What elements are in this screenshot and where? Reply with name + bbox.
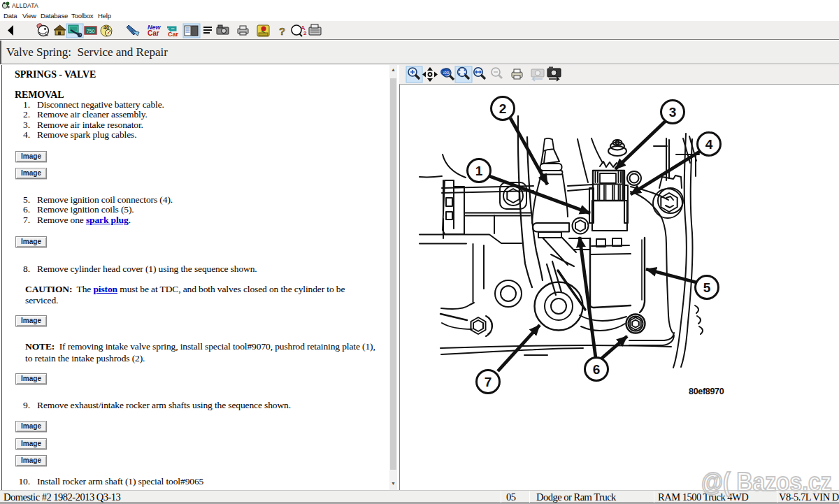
svg-text:2: 2: [499, 101, 507, 116]
svg-text:5: 5: [703, 280, 711, 295]
svg-text:6: 6: [593, 362, 601, 377]
svg-text:1: 1: [475, 164, 483, 178]
svg-text:2: 2: [303, 30, 307, 36]
svg-text:Car: Car: [168, 31, 179, 38]
svg-text:Car: Car: [148, 29, 159, 37]
svg-text:3: 3: [669, 105, 677, 120]
svg-text:?: ?: [279, 25, 285, 37]
svg-text:750: 750: [87, 29, 95, 34]
svg-text:7: 7: [485, 375, 492, 389]
svg-text:80ef8970: 80ef8970: [689, 387, 724, 396]
svg-text:4: 4: [705, 137, 713, 152]
svg-text:40: 40: [103, 25, 109, 30]
